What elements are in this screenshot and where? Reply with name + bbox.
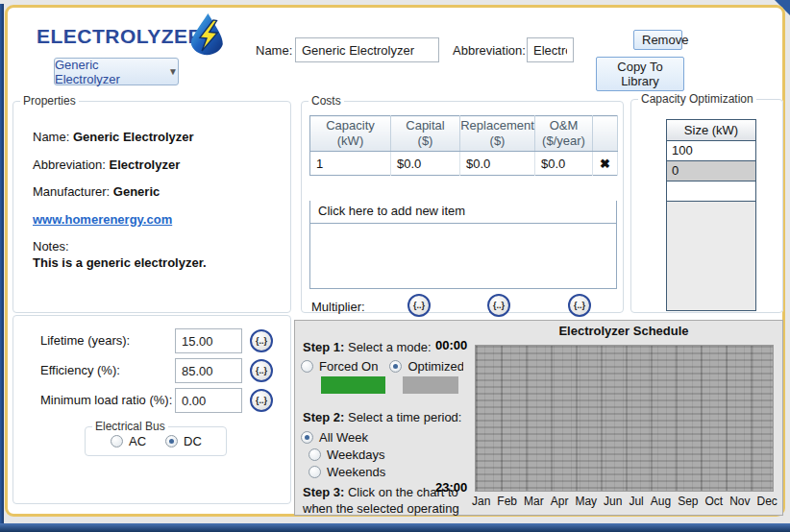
electrical-bus-groupbox: Electrical Bus AC DC	[85, 420, 227, 456]
weekdays-radio[interactable]: Weekdays	[301, 447, 385, 462]
size-row-1[interactable]: 0	[667, 161, 755, 181]
costs-table-empty-area	[309, 224, 617, 289]
costs-col-om[interactable]: O&M($/year)	[535, 116, 593, 152]
ac-radio-circle[interactable]	[111, 435, 123, 447]
property-abbreviation: Abbreviation: Electrolyzer	[33, 157, 180, 172]
properties-groupbox: Properties Name: Generic Electrolyzer Ab…	[12, 94, 291, 313]
abbreviation-input[interactable]	[527, 37, 574, 62]
step3-label-line2: when the selected operating	[303, 501, 459, 516]
notes-value: This is a generic electrolyzer.	[33, 255, 207, 270]
schedule-chart-title: Electrolyzer Schedule	[475, 324, 773, 338]
costs-col-capital[interactable]: Capital($)	[391, 116, 460, 152]
backdrop-bottom-edge	[0, 523, 790, 532]
month-label: Aug	[651, 495, 671, 508]
name-input[interactable]	[295, 37, 439, 62]
abbreviation-label: Abbreviation:	[453, 43, 526, 58]
copy-to-library-button[interactable]: Copy To Library	[596, 57, 684, 91]
costs-row[interactable]: 1 $0.0 $0.0 $0.0 ✖	[310, 152, 618, 176]
electrical-bus-legend: Electrical Bus	[92, 420, 168, 433]
month-label: Jul	[629, 495, 643, 508]
step2-label: Step 2: Select a time period:	[303, 410, 461, 424]
all-week-radio-circle[interactable]	[301, 431, 313, 444]
ac-radio-label: AC	[129, 434, 146, 448]
model-dropdown-label: Generic Electrolyzer	[55, 58, 160, 86]
capacity-optimization-groupbox: Capacity Optimization Size (kW) 100 0	[630, 92, 783, 313]
forced-on-radio-circle[interactable]	[301, 360, 313, 373]
size-column-header[interactable]: Size (kW)	[667, 120, 755, 141]
weekends-label: Weekends	[327, 465, 385, 479]
efficiency-label: Efficiency (%):	[40, 363, 120, 377]
dc-radio-label: DC	[184, 434, 202, 448]
page-title: ELECTROLYZER	[37, 25, 203, 48]
schedule-chart[interactable]	[475, 345, 774, 492]
manufacturer-link-row: www.homerenergy.com	[33, 212, 172, 227]
cost-replacement-cell[interactable]: $0.0	[460, 152, 535, 176]
model-dropdown[interactable]: Generic Electrolyzer ▼	[54, 58, 179, 85]
dc-radio-circle[interactable]	[165, 435, 178, 447]
lifetime-row: Lifetime (years): {..}	[13, 328, 290, 353]
remove-button[interactable]: Remove	[633, 30, 682, 50]
optimized-radio[interactable]: Optimized	[389, 359, 463, 374]
manufacturer-link[interactable]: www.homerenergy.com	[33, 212, 172, 227]
om-multiplier-button[interactable]: {..}	[568, 294, 591, 317]
min-load-label: Minimum load ratio (%):	[40, 393, 172, 407]
month-label: Feb	[497, 495, 517, 508]
properties-legend: Properties	[20, 94, 79, 108]
cost-capacity-cell[interactable]: 1	[310, 152, 391, 176]
lifetime-input[interactable]	[175, 328, 242, 353]
efficiency-input[interactable]	[175, 358, 242, 383]
time-bottom-label: 23:00	[435, 480, 467, 495]
weekends-radio-circle[interactable]	[309, 466, 321, 478]
month-label: Jan	[472, 495, 490, 508]
all-week-radio[interactable]: All Week	[301, 430, 385, 445]
min-load-input[interactable]	[175, 388, 242, 413]
notes-label: Notes:	[33, 239, 69, 254]
replacement-multiplier-button[interactable]: {..}	[487, 294, 510, 317]
month-label: May	[575, 495, 597, 508]
weekdays-radio-circle[interactable]	[309, 448, 321, 461]
backdrop-left-edge	[0, 4, 4, 532]
forced-on-label: Forced On	[319, 359, 378, 374]
costs-col-actions	[593, 116, 618, 152]
schedule-panel: Step 1: Select a mode: Forced On Optimiz…	[294, 320, 783, 516]
month-label: Mar	[524, 495, 544, 508]
lifetime-label: Lifetime (years):	[40, 333, 130, 348]
chevron-down-icon: ▼	[168, 66, 178, 77]
costs-groupbox: Costs Capacity(kW) Capital($) Replacemen…	[301, 94, 624, 313]
size-row-0[interactable]: 100	[667, 141, 755, 161]
month-label: Sep	[678, 495, 698, 508]
electrolyzer-droplet-icon	[186, 12, 227, 63]
month-label: Nov	[729, 495, 750, 508]
optimized-color-swatch	[403, 376, 458, 394]
costs-legend: Costs	[309, 94, 344, 108]
min-load-sensitivity-button[interactable]: {..}	[250, 389, 273, 412]
lifetime-sensitivity-button[interactable]: {..}	[250, 329, 273, 352]
optimized-radio-circle[interactable]	[389, 360, 402, 373]
add-new-item-row[interactable]: Click here to add new item	[309, 201, 617, 224]
costs-header-row: Capacity(kW) Capital($) Replacement($) O…	[310, 116, 618, 152]
month-axis: Jan Feb Mar Apr May Jun Jul Aug Sep Oct …	[472, 495, 778, 508]
ac-radio[interactable]: AC	[111, 434, 146, 448]
property-manufacturer: Manufacturer: Generic	[33, 184, 160, 199]
step1-label: Step 1: Select a mode:	[303, 340, 432, 354]
month-label: Dec	[757, 495, 778, 508]
multiplier-label: Multiplier:	[311, 300, 365, 314]
size-table: Size (kW) 100 0	[666, 119, 756, 311]
month-label: Oct	[705, 495, 724, 508]
delete-row-icon[interactable]: ✖	[593, 152, 618, 176]
costs-table: Capacity(kW) Capital($) Replacement($) O…	[309, 115, 618, 176]
dc-radio[interactable]: DC	[165, 434, 202, 448]
forced-on-radio[interactable]: Forced On	[301, 359, 378, 374]
name-label: Name:	[256, 43, 292, 58]
cost-om-cell[interactable]: $0.0	[535, 152, 593, 176]
costs-col-capacity[interactable]: Capacity(kW)	[310, 116, 391, 152]
size-row-2[interactable]	[667, 181, 755, 202]
month-label: Jun	[604, 495, 622, 508]
weekends-radio[interactable]: Weekends	[301, 465, 385, 479]
costs-col-replacement[interactable]: Replacement($)	[460, 116, 535, 152]
capital-multiplier-button[interactable]: {..}	[407, 294, 431, 317]
optimized-label: Optimized	[407, 359, 463, 374]
forced-on-color-swatch	[321, 376, 385, 394]
cost-capital-cell[interactable]: $0.0	[391, 152, 460, 176]
efficiency-sensitivity-button[interactable]: {..}	[250, 359, 273, 382]
